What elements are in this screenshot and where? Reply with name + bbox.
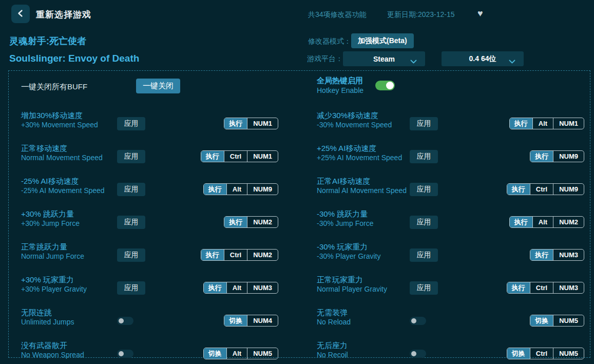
cheat-label: 正常AI移动速度 Normal AI Movement Speed <box>317 176 407 196</box>
apply-button[interactable]: 应用 <box>117 150 145 163</box>
hotkey-key[interactable]: Ctrl <box>530 184 553 195</box>
hotkey-action-button[interactable]: 执行 <box>201 151 224 162</box>
hotkey-key[interactable]: NUM4 <box>247 315 278 326</box>
hotkey-action-button[interactable]: 执行 <box>507 184 530 195</box>
hotkey-group: 执行CtrlNUM3 <box>507 282 584 294</box>
hotkey-action-button[interactable]: 执行 <box>204 282 226 293</box>
hotkey-key[interactable]: NUM3 <box>553 282 584 293</box>
cheat-control: 应用 <box>117 107 145 130</box>
hotkey-key[interactable]: NUM3 <box>553 250 584 260</box>
hotkey-key[interactable]: Ctrl <box>224 250 247 260</box>
mode-label: 修改器模式： <box>308 37 351 46</box>
game-title-en: Soulslinger: Envoy of Death <box>9 53 139 64</box>
platform-select[interactable]: Steam <box>343 51 425 66</box>
cheat-control: 应用 <box>117 239 145 262</box>
hotkey-key[interactable]: Ctrl <box>224 151 247 162</box>
hotkey-action-button[interactable]: 执行 <box>201 250 224 260</box>
cheat-name-en: +30% Player Gravity <box>21 284 87 294</box>
chevron-down-icon <box>509 58 515 66</box>
hotkey-key[interactable]: Alt <box>532 217 553 227</box>
cheat-row: 无后座力 No Recoil 切换CtrlNUM5 <box>297 337 590 364</box>
hotkey-key[interactable]: NUM9 <box>553 151 584 162</box>
feature-toggle-off[interactable] <box>117 317 133 325</box>
cheat-label: 没有武器散开 No Weapon Spread <box>21 340 84 360</box>
cheat-control: 应用 <box>117 206 145 229</box>
apply-button[interactable]: 应用 <box>117 248 145 262</box>
hotkey-action-button[interactable]: 切换 <box>204 348 226 359</box>
hotkey-key[interactable]: Alt <box>226 348 247 359</box>
hotkey-group: 执行NUM2 <box>224 216 278 228</box>
cheat-row: 正常AI移动速度 Normal AI Movement Speed 应用 执行C… <box>297 173 590 206</box>
hotkey-group: 切换CtrlNUM5 <box>507 348 584 359</box>
cheat-label: 无限连跳 Unlimited Jumps <box>21 308 74 327</box>
cheat-name-zh: -30% 跳跃力量 <box>317 209 373 219</box>
heart-icon[interactable]: ♥ <box>477 8 483 19</box>
cheat-control: 应用 <box>410 107 438 130</box>
hotkey-key[interactable]: NUM3 <box>247 282 278 293</box>
hotkey-key[interactable]: NUM2 <box>247 217 278 227</box>
master-off-label: 一键关闭所有BUFF <box>21 82 87 92</box>
hotkey-group: 执行NUM1 <box>224 118 278 129</box>
feature-toggle-off[interactable] <box>410 317 426 325</box>
hotkey-action-button[interactable]: 执行 <box>530 250 553 260</box>
one-click-off-button[interactable]: 一键关闭 <box>136 79 180 93</box>
hotkey-action-button[interactable]: 执行 <box>224 217 247 227</box>
version-select[interactable]: 0.4 64位 <box>442 51 524 66</box>
hotkey-key[interactable]: Alt <box>532 118 553 129</box>
feature-toggle-off[interactable] <box>117 350 133 358</box>
apply-button[interactable]: 应用 <box>410 183 438 196</box>
hotkey-action-button[interactable]: 执行 <box>204 184 226 195</box>
cheat-name-en: +25% AI Movement Speed <box>317 153 402 163</box>
hotkey-key[interactable]: Ctrl <box>530 282 553 293</box>
hotkey-key[interactable]: NUM2 <box>247 250 278 260</box>
mode-button[interactable]: 加强模式(Beta) <box>351 33 414 48</box>
cheat-name-en: Normal Movement Speed <box>21 153 103 163</box>
apply-button[interactable]: 应用 <box>117 183 145 196</box>
cheat-label: +25% AI移动速度 +25% AI Movement Speed <box>317 143 402 163</box>
hotkey-key[interactable]: NUM2 <box>553 217 584 227</box>
version-select-value: 0.4 64位 <box>469 54 496 64</box>
hotkey-key[interactable]: Alt <box>226 282 247 293</box>
apply-button[interactable]: 应用 <box>117 216 145 229</box>
hotkey-key[interactable]: NUM1 <box>247 151 278 162</box>
cheat-name-en: No Reload <box>317 317 351 327</box>
hotkey-key[interactable]: NUM5 <box>553 348 584 359</box>
apply-button[interactable]: 应用 <box>117 117 145 130</box>
cheat-column-right: 全局热键启用 Hotkey Enable 减少30%移动速度 -30% Move… <box>297 71 590 357</box>
hotkey-action-button[interactable]: 切换 <box>530 315 553 326</box>
apply-button[interactable]: 应用 <box>410 117 438 130</box>
apply-button[interactable]: 应用 <box>410 150 438 163</box>
back-button[interactable] <box>11 5 30 23</box>
hotkey-group: 切换AltNUM5 <box>203 348 278 359</box>
hotkey-key[interactable]: NUM1 <box>553 118 584 129</box>
hotkey-action-button[interactable]: 切换 <box>224 315 247 326</box>
hotkey-action-button[interactable]: 执行 <box>510 217 532 227</box>
hotkey-group: 执行NUM9 <box>530 150 584 162</box>
hotkey-group: 切换NUM4 <box>224 315 278 327</box>
cheat-row: 无需装弹 No Reload 切换NUM5 <box>297 304 590 337</box>
apply-button[interactable]: 应用 <box>410 281 438 295</box>
hotkey-action-button[interactable]: 执行 <box>530 151 553 162</box>
apply-button[interactable]: 应用 <box>410 216 438 229</box>
hotkey-key[interactable]: NUM5 <box>553 315 584 326</box>
cheat-row: +30% 玩家重力 +30% Player Gravity 应用 执行AltNU… <box>9 272 297 304</box>
hotkey-key[interactable]: NUM9 <box>247 184 278 195</box>
apply-button[interactable]: 应用 <box>410 248 438 262</box>
hotkey-action-button[interactable]: 执行 <box>507 282 530 293</box>
master-header: 一键关闭所有BUFF 一键关闭 <box>9 71 297 107</box>
hotkey-enable-toggle[interactable] <box>375 81 395 90</box>
hotkey-action-button[interactable]: 执行 <box>224 118 247 129</box>
hotkey-key[interactable]: NUM5 <box>247 348 278 359</box>
hotkey-key[interactable]: NUM9 <box>553 184 584 195</box>
cheat-row: -25% AI移动速度 -25% AI Movement Speed 应用 执行… <box>9 173 297 206</box>
hotkey-action-button[interactable]: 切换 <box>507 348 530 359</box>
hotkey-action-button[interactable]: 执行 <box>510 118 532 129</box>
apply-button[interactable]: 应用 <box>117 281 145 295</box>
hotkey-key[interactable]: Ctrl <box>530 348 553 359</box>
cheat-name-zh: -25% AI移动速度 <box>21 176 105 186</box>
hotkey-key[interactable]: Alt <box>226 184 247 195</box>
cheat-row: +25% AI移动速度 +25% AI Movement Speed 应用 执行… <box>297 140 590 173</box>
cheat-name-en: No Recoil <box>317 350 348 360</box>
hotkey-key[interactable]: NUM1 <box>247 118 278 129</box>
feature-toggle-off[interactable] <box>410 350 426 358</box>
